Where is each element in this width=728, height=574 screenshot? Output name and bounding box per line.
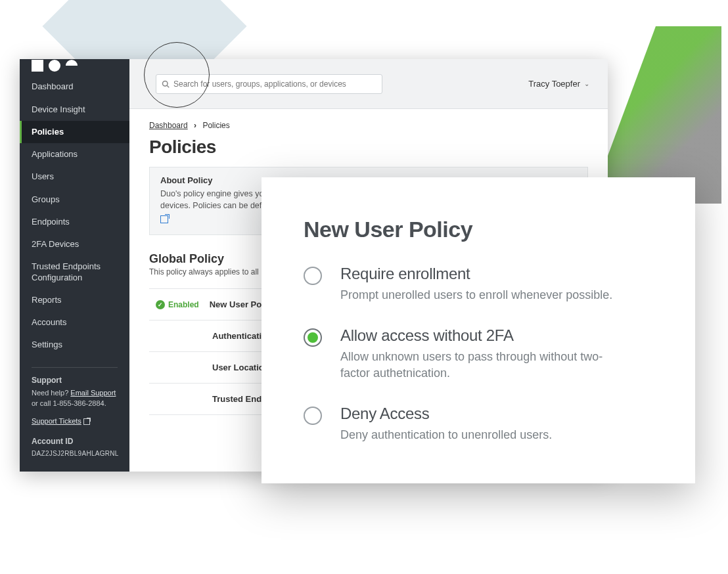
support-block: Support Need help? Email Support or call… [20,357,129,472]
option-allow-without-2fa[interactable]: Allow access without 2FA Allow unknown u… [304,326,653,381]
sidebar-item-reports[interactable]: Reports [20,289,129,311]
search-icon [162,80,170,88]
search-placeholder: Search for users, groups, applications, … [173,79,346,89]
sidebar-item-applications[interactable]: Applications [20,143,129,166]
enabled-badge: ✓ Enabled [156,300,199,309]
chevron-down-icon: ⌄ [584,80,589,87]
sidebar-item-users[interactable]: Users [20,166,129,188]
support-header: Support [32,374,118,386]
sidebar-nav: Dashboard Device Insight Policies Applic… [20,72,129,356]
breadcrumb: Dashboard › Policies [149,121,588,130]
sidebar-item-endpoints[interactable]: Endpoints [20,211,129,233]
search-input[interactable]: Search for users, groups, applications, … [156,74,382,94]
external-link-icon[interactable] [160,215,168,223]
option-require-enrollment[interactable]: Require enrollment Prompt unerolled user… [304,265,653,303]
breadcrumb-separator: › [194,121,196,130]
account-id-value: DAZ2JSJ2RBL9AHLAGRNL [32,449,118,458]
breadcrumb-current: Policies [202,121,229,130]
radio-button[interactable] [304,267,322,285]
option-desc: Deny authentication to unenrolled users. [340,427,552,443]
page-title: Policies [149,137,588,158]
breadcrumb-root[interactable]: Dashboard [149,121,188,130]
option-title: Deny Access [340,405,552,423]
new-user-policy-modal: New User Policy Require enrollment Promp… [262,177,695,483]
option-desc: Prompt unerolled users to enroll wheneve… [340,287,612,303]
policy-row-label: Trusted Endpo [156,394,272,404]
option-title: Require enrollment [340,265,612,283]
policy-row-label: Authentication [156,331,272,341]
sidebar-item-groups[interactable]: Groups [20,188,129,211]
option-title: Allow access without 2FA [340,326,623,345]
sidebar-item-2fa-devices[interactable]: 2FA Devices [20,233,129,255]
email-support-link[interactable]: Email Support [70,389,116,397]
support-phone: or call 1-855-386-2884. [32,398,118,409]
sidebar-item-trusted-endpoints[interactable]: Trusted Endpoints Configuration [20,255,129,289]
policy-row-label: User Location [156,363,269,372]
svg-point-0 [163,81,168,86]
sidebar-item-accounts[interactable]: Accounts [20,311,129,334]
radio-button[interactable] [304,407,322,425]
svg-line-1 [167,85,169,87]
sidebar: Dashboard Device Insight Policies Applic… [20,59,129,472]
sidebar-item-settings[interactable]: Settings [20,334,129,356]
check-icon: ✓ [156,300,165,309]
sidebar-item-dashboard[interactable]: Dashboard [20,76,129,98]
sidebar-item-policies[interactable]: Policies [20,121,129,143]
user-name: Tracy Toepfer [528,79,580,89]
option-desc: Allow unknown users to pass through with… [340,349,623,381]
option-deny-access[interactable]: Deny Access Deny authentication to unenr… [304,405,653,443]
sidebar-item-device-insight[interactable]: Device Insight [20,99,129,121]
topbar: Search for users, groups, applications, … [129,59,608,109]
radio-button-selected[interactable] [304,328,322,347]
support-need-help: Need help? Email Support [32,387,118,399]
user-menu[interactable]: Tracy Toepfer ⌄ [528,79,589,89]
external-link-icon [83,418,90,425]
modal-title: New User Policy [304,217,653,242]
account-id-label: Account ID [32,435,118,447]
duo-logo [20,59,129,72]
support-tickets-link[interactable]: Support Tickets [32,417,81,425]
